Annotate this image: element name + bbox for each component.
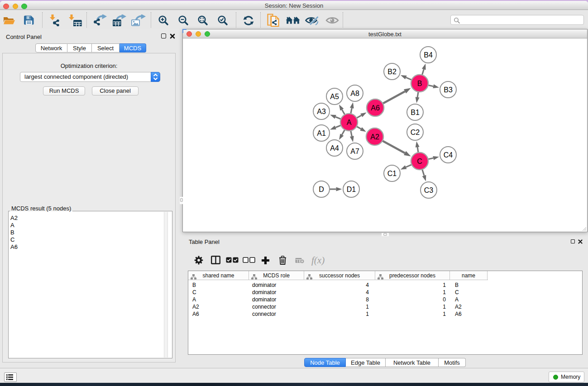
svg-text:B: B xyxy=(417,80,422,87)
svg-text:A5: A5 xyxy=(330,93,339,100)
svg-text:B2: B2 xyxy=(387,68,397,76)
svg-text:C4: C4 xyxy=(444,151,453,159)
svg-text:A2: A2 xyxy=(370,133,379,141)
svg-text:D1: D1 xyxy=(347,186,356,193)
svg-text:A8: A8 xyxy=(350,90,359,97)
svg-text:C3: C3 xyxy=(424,186,434,194)
svg-text:C: C xyxy=(417,157,422,165)
svg-text:B4: B4 xyxy=(424,51,433,59)
svg-text:A7: A7 xyxy=(350,148,359,155)
svg-text:B1: B1 xyxy=(411,109,420,116)
svg-text:A: A xyxy=(347,119,352,126)
svg-text:C1: C1 xyxy=(387,170,397,177)
svg-text:A6: A6 xyxy=(371,104,380,112)
svg-text:C2: C2 xyxy=(411,129,420,136)
svg-text:A3: A3 xyxy=(317,108,326,115)
svg-text:A1: A1 xyxy=(317,129,326,137)
svg-text:A4: A4 xyxy=(330,144,339,152)
svg-text:D: D xyxy=(319,186,324,193)
svg-text:B3: B3 xyxy=(444,86,453,94)
